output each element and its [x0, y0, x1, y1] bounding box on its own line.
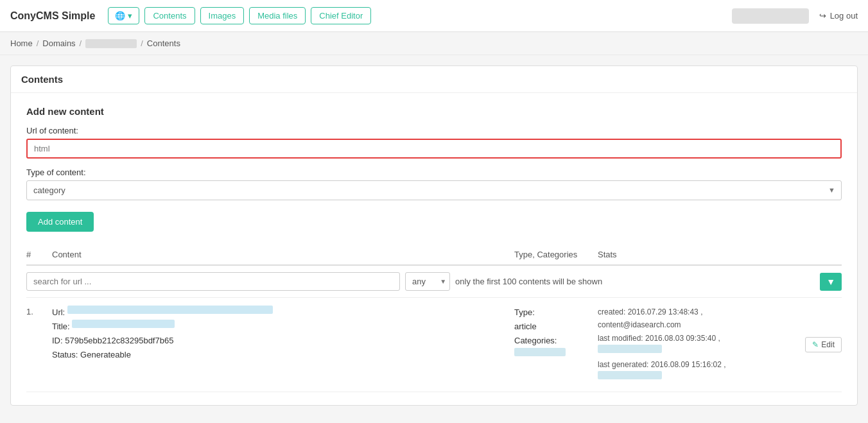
- table-header: # Content Type, Categories Stats: [26, 245, 842, 266]
- nav-media-files-button[interactable]: Media files: [249, 7, 306, 24]
- edit-btn-label: Edit: [821, 340, 835, 349]
- add-content-title: Add new content: [26, 106, 842, 117]
- top-nav: ConyCMS Simple 🌐 ▾ Contents Images Media…: [0, 0, 868, 32]
- globe-chevron: ▾: [128, 11, 132, 21]
- breadcrumb-sep-2: /: [80, 39, 82, 48]
- main-container: Contents Add new content Url of content:…: [0, 55, 868, 416]
- modified-blurred: [598, 345, 662, 353]
- filter-select[interactable]: any article category page: [405, 272, 450, 291]
- url-label: Url of content:: [26, 126, 842, 135]
- nav-right: ↪ Log out: [732, 8, 858, 24]
- col-type-header: Type, Categories: [514, 250, 598, 259]
- row-content: Url: Title: ID: 579b5ebb212c83295bdf7b65…: [52, 306, 514, 362]
- search-input[interactable]: [26, 272, 400, 291]
- nav-images-button[interactable]: Images: [200, 7, 245, 24]
- category-blurred: [514, 348, 566, 356]
- breadcrumb-home[interactable]: Home: [10, 39, 33, 48]
- url-blurred: [67, 306, 273, 314]
- nav-left: ConyCMS Simple 🌐 ▾ Contents Images Media…: [10, 7, 371, 24]
- user-info: [732, 8, 809, 24]
- logout-icon: ↪: [819, 11, 826, 21]
- nav-contents-button[interactable]: Contents: [144, 7, 195, 24]
- email-text: content@idasearch.com: [598, 320, 681, 329]
- card-body: Add new content Url of content: Type of …: [11, 93, 857, 405]
- row-stats: created: 2016.07.29 13:48:43 , content@i…: [598, 306, 842, 384]
- type-row-label: Type:: [514, 307, 535, 317]
- logout-label: Log out: [830, 11, 858, 21]
- filter-select-wrapper: any article category page ▼: [405, 272, 450, 291]
- categories-row-label: Categories:: [514, 336, 557, 345]
- brand-title: ConyCMS Simple: [10, 10, 95, 22]
- col-stats-header: Stats: [598, 250, 842, 259]
- notice-text: only the first 100 contents will be show…: [455, 277, 815, 286]
- breadcrumb-sep-1: /: [37, 39, 39, 48]
- type-select[interactable]: category article page template: [26, 180, 842, 200]
- content-card: Contents Add new content Url of content:…: [10, 65, 858, 406]
- title-row-label: Title:: [52, 322, 72, 331]
- page-title: Contents: [21, 74, 63, 85]
- globe-icon: 🌐: [115, 11, 125, 21]
- filter-icon: ▼: [826, 277, 835, 287]
- url-row-label: Url:: [52, 307, 67, 317]
- breadcrumb: Home / Domains / / Contents: [0, 32, 868, 55]
- search-filter-row: any article category page ▼ only the fir…: [26, 266, 842, 298]
- table-section: # Content Type, Categories Stats any art…: [26, 245, 842, 392]
- generated-text: last generated: 2016.08.09 15:16:02 ,: [598, 360, 726, 369]
- add-content-button[interactable]: Add content: [26, 212, 94, 232]
- breadcrumb-domains[interactable]: Domains: [42, 39, 75, 48]
- nav-chief-editor-button[interactable]: Chief Editor: [311, 7, 371, 24]
- type-row-value: article: [514, 322, 537, 331]
- breadcrumb-sep-3: /: [141, 39, 143, 48]
- url-input[interactable]: [26, 139, 842, 159]
- status-text: Status: Generateable: [52, 350, 131, 359]
- col-content-header: Content: [52, 250, 514, 259]
- logout-button[interactable]: ↪ Log out: [819, 11, 858, 21]
- row-num: 1.: [26, 306, 52, 316]
- title-blurred: [72, 320, 175, 328]
- breadcrumb-domain: [85, 39, 137, 48]
- edit-icon: ✎: [812, 340, 819, 349]
- globe-button[interactable]: 🌐 ▾: [108, 7, 139, 24]
- breadcrumb-current: Contents: [147, 39, 180, 48]
- table-row: 1. Url: Title: ID: 579b5ebb212c83295bdf7…: [26, 298, 842, 392]
- edit-button[interactable]: ✎ Edit: [805, 337, 842, 352]
- filter-icon-button[interactable]: ▼: [820, 273, 842, 291]
- id-text: ID: 579b5ebb212c83295bdf7b65: [52, 336, 173, 345]
- type-label: Type of content:: [26, 168, 842, 177]
- modified-text: last modified: 2016.08.03 09:35:40 ,: [598, 334, 720, 343]
- generated-blurred: [598, 371, 662, 379]
- card-header: Contents: [11, 66, 857, 93]
- col-num-header: #: [26, 250, 52, 259]
- type-select-wrapper: Type of content: category article page t…: [26, 168, 842, 200]
- stats-text: created: 2016.07.29 13:48:43 , content@i…: [598, 306, 799, 384]
- created-text: created: 2016.07.29 13:48:43 ,: [598, 307, 702, 316]
- row-type: Type: article Categories:: [514, 306, 598, 362]
